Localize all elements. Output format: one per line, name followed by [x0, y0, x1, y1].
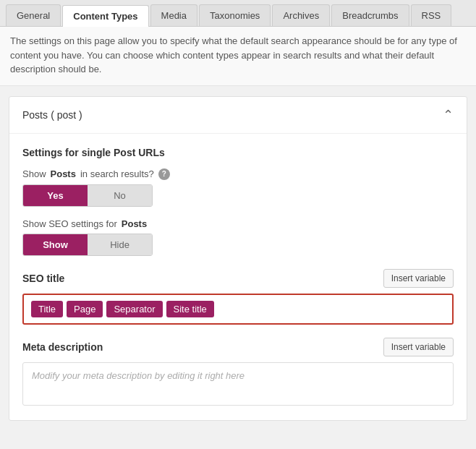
tab-media[interactable]: Media	[150, 4, 197, 26]
page-description: The settings on this page allow you to s…	[0, 27, 476, 86]
section-title: Settings for single Post URLs	[22, 147, 454, 158]
tab-general[interactable]: General	[6, 4, 61, 26]
seo-title-label: SEO title	[22, 273, 64, 284]
show-in-search-label: Show Posts in search results? ?	[22, 168, 454, 180]
meta-description-section: Meta description Insert variable Modify …	[22, 338, 454, 406]
hide-button[interactable]: Hide	[88, 234, 152, 255]
show-in-search-row: Show Posts in search results? ? Yes No	[22, 168, 454, 207]
show-seo-row: Show SEO settings for Posts Show Hide	[22, 218, 454, 256]
meta-description-label: Meta description	[22, 341, 103, 353]
collapse-icon[interactable]: ⌃	[443, 107, 454, 123]
tabs-bar: General Content Types Media Taxonomies A…	[0, 0, 476, 27]
tab-content-types[interactable]: Content Types	[62, 5, 148, 27]
show-button[interactable]: Show	[23, 234, 88, 255]
show-hide-toggle: Show Hide	[22, 234, 153, 256]
yes-no-toggle: Yes No	[22, 184, 153, 207]
card-title: Posts ( post )	[22, 108, 82, 121]
main-content: Posts ( post ) ⌃ Settings for single Pos…	[0, 86, 476, 431]
help-icon[interactable]: ?	[158, 168, 170, 180]
tab-rss[interactable]: RSS	[411, 4, 452, 26]
insert-variable-button-meta[interactable]: Insert variable	[383, 338, 454, 356]
seo-title-section: SEO title Insert variable Title Page Sep…	[22, 269, 454, 325]
show-seo-label: Show SEO settings for Posts	[22, 218, 454, 229]
no-button[interactable]: No	[88, 185, 152, 206]
insert-variable-button-title[interactable]: Insert variable	[383, 269, 454, 288]
tab-breadcrumbs[interactable]: Breadcrumbs	[331, 4, 409, 26]
card-header: Posts ( post ) ⌃	[9, 97, 467, 134]
posts-card: Posts ( post ) ⌃ Settings for single Pos…	[9, 96, 467, 421]
yes-button[interactable]: Yes	[23, 185, 88, 206]
meta-description-input[interactable]: Modify your meta description by editing …	[22, 362, 454, 406]
tab-archives[interactable]: Archives	[272, 4, 330, 26]
tag-page[interactable]: Page	[67, 301, 103, 317]
tag-title[interactable]: Title	[31, 301, 63, 317]
seo-title-header: SEO title Insert variable	[22, 269, 454, 288]
card-body: Settings for single Post URLs Show Posts…	[9, 134, 467, 420]
meta-description-header: Meta description Insert variable	[22, 338, 454, 356]
tag-site-title[interactable]: Site title	[166, 301, 214, 317]
tab-taxonomies[interactable]: Taxonomies	[199, 4, 271, 26]
tag-separator[interactable]: Separator	[106, 301, 162, 317]
seo-title-box[interactable]: Title Page Separator Site title	[22, 294, 454, 325]
card-subtitle: ( post )	[51, 109, 82, 121]
